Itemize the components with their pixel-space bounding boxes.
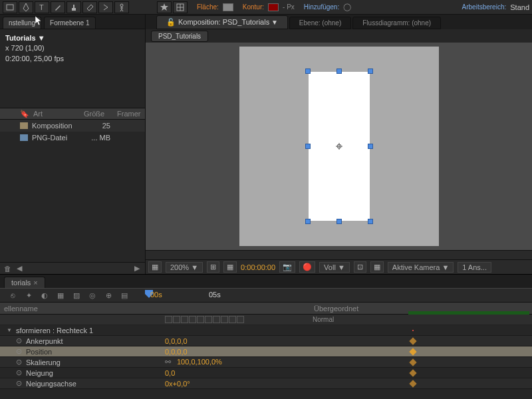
- stopwatch-icon[interactable]: ⊙: [16, 368, 22, 377]
- views-dropdown[interactable]: 1 Ans...: [458, 262, 491, 273]
- roi-icon[interactable]: ⊡: [354, 261, 366, 273]
- handle-bot-mid[interactable]: [336, 219, 342, 224]
- text-tool-icon[interactable]: T: [35, 1, 49, 13]
- timeline-tab[interactable]: torials×: [4, 277, 45, 288]
- resolution-icon[interactable]: ⊞: [207, 261, 219, 273]
- prop-scale[interactable]: ⊙Skalierung ⚯100,0,100,0%: [0, 357, 532, 368]
- tab-flowchart[interactable]: Flussdiagramm: (ohne): [352, 17, 441, 29]
- prop-position[interactable]: ⊙Position 0,0,0,0: [0, 346, 532, 357]
- brush-tool-icon[interactable]: [51, 1, 65, 13]
- stopwatch-icon[interactable]: ⊙: [16, 379, 22, 388]
- work-area-bar[interactable]: [408, 311, 529, 315]
- tl-icon-5[interactable]: ▨: [70, 290, 82, 301]
- blend-mode[interactable]: Normal: [310, 316, 402, 323]
- prop-skew-axis[interactable]: ⊙Neigungsachse 0x+0,0°: [0, 378, 532, 389]
- camera-dropdown[interactable]: Aktive Kamera ▼: [388, 262, 454, 273]
- time-ruler[interactable]: 00s 05s: [137, 289, 525, 302]
- close-icon[interactable]: ×: [33, 279, 37, 287]
- handle-mid-right[interactable]: [368, 144, 373, 149]
- tl-icon-1[interactable]: ⎋: [7, 290, 19, 301]
- switch-icon[interactable]: [229, 316, 236, 323]
- prop-value[interactable]: 0x+0,0°: [162, 380, 310, 388]
- col-size[interactable]: Größe: [84, 110, 117, 118]
- switch-icon[interactable]: [173, 316, 180, 323]
- switch-icon[interactable]: [181, 316, 188, 323]
- prop-skew[interactable]: ⊙Neigung 0,0: [0, 368, 532, 378]
- prop-value[interactable]: 0,0: [162, 369, 310, 377]
- col-framerate[interactable]: Framer: [117, 110, 145, 118]
- pen-tool-icon[interactable]: [19, 1, 33, 13]
- composition-viewer[interactable]: [146, 43, 532, 250]
- keyframe-icon[interactable]: [409, 337, 416, 344]
- tag-icon[interactable]: 🔖: [20, 110, 33, 118]
- switch-icon[interactable]: [189, 316, 196, 323]
- keyframe-icon[interactable]: [409, 369, 416, 376]
- switch-icon[interactable]: [213, 316, 220, 323]
- quality-dropdown[interactable]: Voll ▼: [319, 262, 350, 273]
- handle-bot-right[interactable]: [368, 219, 373, 224]
- tab-composition[interactable]: 🔓Komposition: PSD_Tutorials ▼: [156, 15, 288, 29]
- switch-icon[interactable]: [237, 316, 244, 323]
- rectangle-shape[interactable]: [309, 72, 370, 221]
- list-item[interactable]: Komposition 25: [0, 120, 145, 132]
- workspace-value[interactable]: Stand: [510, 3, 529, 11]
- keyframe-icon[interactable]: [409, 348, 416, 355]
- stopwatch-icon[interactable]: ⊙: [16, 336, 22, 345]
- tab-shape-layer[interactable]: Formebene 1: [44, 17, 95, 29]
- comp-title[interactable]: Tutorials ▼: [5, 33, 140, 43]
- tl-icon-7[interactable]: ⊕: [102, 290, 114, 301]
- stroke-width[interactable]: - Px: [283, 3, 295, 11]
- puppet-tool-icon[interactable]: [114, 1, 129, 13]
- stamp-tool-icon[interactable]: [66, 1, 81, 13]
- fill-swatch[interactable]: [223, 3, 233, 11]
- anchor-point-icon[interactable]: [336, 143, 342, 150]
- alpha-icon[interactable]: ▦: [148, 261, 162, 273]
- tl-icon-2[interactable]: ✦: [23, 290, 35, 301]
- switch-icon[interactable]: [205, 316, 212, 323]
- bezier-icon[interactable]: ◯: [343, 3, 351, 11]
- grid-tool-icon[interactable]: [173, 1, 188, 13]
- composition-canvas[interactable]: [239, 47, 439, 246]
- col-type[interactable]: Art: [33, 110, 84, 118]
- keyframe-icon[interactable]: [409, 358, 416, 366]
- star-tool-icon[interactable]: [157, 1, 172, 13]
- trash-icon[interactable]: 🗑: [4, 265, 11, 273]
- handle-mid-left[interactable]: [305, 144, 311, 149]
- grid-toggle-icon[interactable]: ▦: [370, 261, 384, 273]
- list-item[interactable]: PNG-Datei ... MB: [0, 132, 145, 144]
- roto-tool-icon[interactable]: [98, 1, 113, 13]
- tab-layer[interactable]: Ebene: (ohne): [289, 17, 351, 29]
- transparency-grid-icon[interactable]: ▦: [223, 261, 237, 273]
- tl-icon-6[interactable]: ◎: [86, 290, 98, 301]
- transform-group[interactable]: ▼sformieren : Rechteck 1: [0, 325, 532, 336]
- handle-top-right[interactable]: [368, 68, 373, 74]
- channels-icon[interactable]: 🔴: [299, 261, 315, 273]
- stopwatch-icon[interactable]: ⊙: [16, 358, 22, 366]
- col-parent[interactable]: Übergeordnet: [310, 305, 402, 313]
- eraser-tool-icon[interactable]: [82, 1, 97, 13]
- switch-icon[interactable]: [197, 316, 204, 323]
- keyframe-icon[interactable]: [409, 380, 416, 387]
- snapshot-icon[interactable]: 📷: [279, 261, 295, 273]
- prop-value[interactable]: 0,0,0,0: [162, 337, 310, 345]
- switch-icon[interactable]: [165, 316, 172, 323]
- col-source-name[interactable]: ellenname: [0, 305, 162, 313]
- handle-top-left[interactable]: [305, 68, 311, 74]
- triangle-icon[interactable]: ▼: [7, 327, 12, 333]
- scroll-right-icon[interactable]: ▶: [134, 264, 141, 273]
- tl-icon-3[interactable]: ◐: [39, 290, 51, 301]
- switch-icon[interactable]: [221, 316, 228, 323]
- tl-icon-4[interactable]: ▦: [55, 290, 66, 301]
- viewer-scrollbar[interactable]: [146, 250, 532, 259]
- tl-icon-8[interactable]: ▤: [118, 290, 130, 301]
- handle-bot-left[interactable]: [305, 219, 311, 224]
- stopwatch-icon[interactable]: ⊙: [16, 347, 22, 356]
- comp-subtab[interactable]: PSD_Tutorials: [151, 31, 208, 42]
- zoom-dropdown[interactable]: 200% ▼: [166, 262, 203, 273]
- rectangle-tool-icon[interactable]: [3, 1, 17, 13]
- prop-value[interactable]: 100,0,100,0%: [177, 358, 222, 366]
- handle-top-mid[interactable]: [336, 68, 342, 74]
- prop-value[interactable]: 0,0,0,0: [162, 348, 310, 356]
- timecode-display[interactable]: 0:00:00:00: [241, 263, 275, 271]
- stroke-swatch[interactable]: [268, 3, 279, 11]
